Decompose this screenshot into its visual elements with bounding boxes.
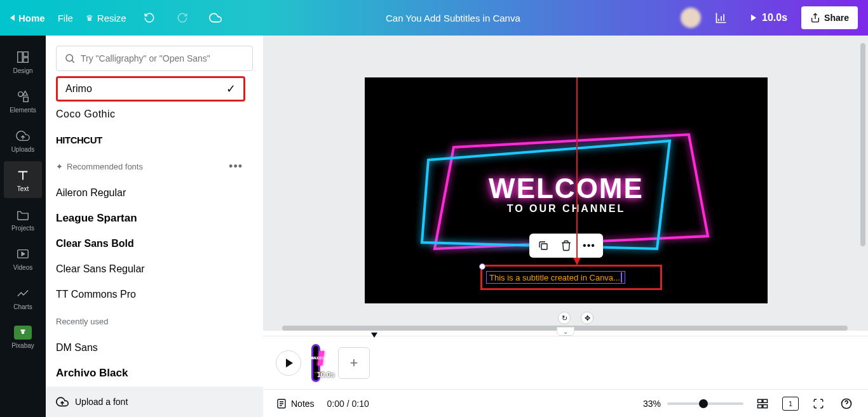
- projects-icon: [15, 207, 31, 222]
- cloud-sync-icon[interactable]: [205, 8, 226, 28]
- font-name: Coco Gothic: [56, 109, 116, 120]
- font-name: TT Commons Pro: [56, 289, 136, 300]
- file-menu[interactable]: File: [58, 13, 73, 23]
- resize-button[interactable]: ♛ Resize: [86, 13, 126, 23]
- font-name: Clear Sans Bold: [56, 238, 134, 249]
- font-name: DM Sans: [56, 342, 98, 354]
- font-item-coco[interactable]: Coco Gothic: [56, 102, 253, 127]
- time-display: 0:00 / 0:10: [327, 399, 369, 409]
- undo-button[interactable]: [139, 8, 159, 28]
- rail-projects-label: Projects: [11, 225, 34, 232]
- svg-rect-7: [21, 329, 25, 331]
- svg-rect-15: [758, 399, 763, 402]
- play-button[interactable]: [276, 350, 301, 376]
- svg-rect-17: [758, 404, 763, 407]
- font-name: Clear Sans Regular: [56, 263, 145, 275]
- subtitle-text[interactable]: This is a subtitle created in Canva...: [489, 273, 620, 282]
- vertical-scrollbar[interactable]: [860, 43, 865, 323]
- welcome-heading[interactable]: WELCOME: [489, 173, 644, 204]
- svg-point-3: [18, 91, 23, 96]
- rail-videos[interactable]: Videos: [4, 240, 42, 277]
- font-item-clear-bold[interactable]: Clear Sans Bold: [56, 231, 253, 256]
- home-button[interactable]: Home: [10, 13, 45, 23]
- share-label: Share: [824, 13, 849, 23]
- rail-charts[interactable]: Charts: [4, 279, 42, 316]
- svg-rect-16: [763, 399, 768, 402]
- svg-rect-0: [18, 51, 22, 62]
- rail-design[interactable]: Design: [4, 43, 42, 80]
- font-item-archivo[interactable]: Archivo Black: [56, 361, 253, 386]
- font-search[interactable]: [56, 46, 253, 71]
- help-button[interactable]: [837, 395, 855, 413]
- charts-icon: [15, 286, 31, 301]
- redo-button[interactable]: [172, 8, 193, 28]
- insights-button[interactable]: [707, 6, 735, 29]
- recent-header: Recently used: [46, 307, 253, 335]
- svg-point-8: [66, 55, 73, 62]
- move-handle[interactable]: ✥: [581, 312, 593, 324]
- rail-projects[interactable]: Projects: [4, 201, 42, 237]
- font-item-league[interactable]: League Spartan: [56, 206, 253, 231]
- recommended-header: ✦Recommended fonts •••: [46, 152, 253, 180]
- rail-uploads[interactable]: Uploads: [4, 122, 42, 159]
- timeline-clip[interactable]: WELCOMEsubtitle WELCOMEsubtitle 10.0s: [311, 344, 320, 382]
- element-more-button[interactable]: •••: [580, 237, 598, 255]
- share-button[interactable]: Share: [801, 6, 858, 29]
- font-item-clear-reg[interactable]: Clear Sans Regular: [56, 256, 253, 282]
- pixabay-icon: [14, 326, 32, 340]
- present-button[interactable]: 10.0s: [742, 6, 795, 29]
- upload-font-button[interactable]: Upload a font: [46, 387, 263, 417]
- font-item-dmsans[interactable]: DM Sans: [56, 335, 253, 361]
- sync-handle[interactable]: ↻: [558, 312, 571, 324]
- notes-icon: [276, 398, 287, 409]
- add-page-button[interactable]: +: [338, 347, 370, 379]
- rail-elements-label: Elements: [10, 107, 36, 114]
- upload-font-label: Upload a font: [75, 397, 128, 407]
- rail-videos-label: Videos: [13, 264, 32, 271]
- grid-view-button[interactable]: [754, 395, 771, 413]
- page-indicator[interactable]: 1: [782, 395, 799, 413]
- sparkle-icon: ✦: [56, 162, 63, 171]
- channel-subheading[interactable]: TO OUR CHANNEL: [507, 203, 626, 215]
- playhead[interactable]: [371, 333, 377, 338]
- play-icon: [286, 359, 293, 367]
- font-item-aileron[interactable]: Aileron Regular: [56, 180, 253, 206]
- duplicate-button[interactable]: [534, 237, 552, 255]
- svg-rect-2: [24, 57, 28, 62]
- font-item-tt[interactable]: TT Commons Pro: [56, 282, 253, 307]
- font-item-hitchcut[interactable]: HitchCut: [56, 127, 253, 152]
- collapse-timeline[interactable]: ⌄: [557, 327, 574, 336]
- elements-icon: [15, 89, 31, 104]
- font-name: Archivo Black: [56, 367, 128, 380]
- rail-elements[interactable]: Elements: [4, 83, 42, 119]
- notes-label: Notes: [291, 399, 315, 409]
- rail-text[interactable]: Text: [4, 161, 42, 198]
- font-name: HitchCut: [56, 135, 102, 145]
- rail-charts-label: Charts: [13, 303, 32, 310]
- document-title[interactable]: Can You Add Subtitles in Canva: [231, 13, 675, 23]
- fullscreen-button[interactable]: [810, 395, 827, 413]
- videos-icon: [15, 246, 31, 261]
- rail-pixabay[interactable]: Pixabay: [4, 319, 42, 355]
- resize-handle[interactable]: [479, 263, 485, 270]
- crown-icon: ♛: [86, 13, 93, 23]
- zoom-slider[interactable]: [667, 402, 743, 405]
- text-icon: [15, 168, 31, 183]
- notes-button[interactable]: Notes: [276, 398, 315, 409]
- user-avatar[interactable]: [681, 8, 701, 28]
- font-name: Arimo: [65, 83, 92, 95]
- font-item-arimo[interactable]: Arimo ✓: [56, 76, 245, 102]
- font-search-input[interactable]: [81, 53, 245, 63]
- canvas-slide[interactable]: WELCOME TO OUR CHANNEL ••• This is a sub…: [365, 77, 768, 303]
- zoom-value: 33%: [643, 399, 661, 409]
- checkmark-icon: ✓: [226, 82, 236, 96]
- svg-rect-13: [541, 244, 547, 249]
- subtitle-selection[interactable]: This is a subtitle created in Canva...: [480, 265, 662, 290]
- zoom-knob[interactable]: [699, 399, 708, 408]
- clip-duration: 10.0s: [317, 371, 335, 378]
- uploads-icon: [15, 128, 31, 143]
- more-button[interactable]: •••: [229, 160, 243, 173]
- rail-uploads-label: Uploads: [11, 146, 35, 153]
- chevron-left-icon: [10, 15, 15, 21]
- delete-button[interactable]: [557, 237, 575, 255]
